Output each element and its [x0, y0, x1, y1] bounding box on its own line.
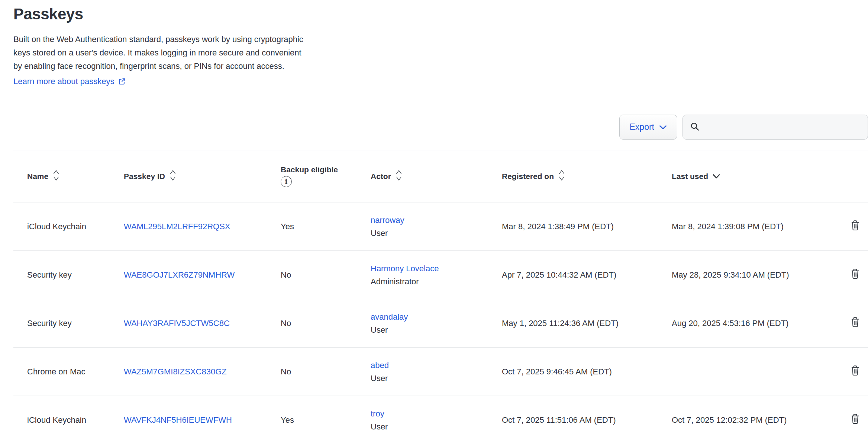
table-toolbar: Export — [13, 115, 868, 140]
description-line: keys stored on a user's device. It makes… — [13, 46, 868, 60]
trash-icon — [850, 275, 860, 281]
column-header-actor[interactable]: Actor — [371, 150, 502, 202]
column-label: Last used — [672, 172, 708, 181]
passkeys-table: Name Passkey ID — [13, 150, 868, 441]
passkey-id-link[interactable]: WAHAY3RAFIV5JCTW5C8C — [124, 319, 230, 328]
chevron-down-icon — [659, 122, 667, 132]
last-used-cell: Aug 20, 2025 4:53:16 PM (EDT) — [672, 299, 835, 348]
trash-icon — [850, 372, 860, 377]
name-cell: iCloud Keychain — [13, 396, 124, 441]
backup-eligible-cell: No — [281, 348, 371, 396]
passkey-id-link[interactable]: WAE8GOJ7LXR6Z79NMHRW — [124, 270, 235, 279]
learn-more-label: Learn more about passkeys — [13, 75, 114, 88]
actor-role: User — [371, 420, 502, 433]
backup-eligible-cell: No — [281, 251, 371, 299]
actor-link[interactable]: narroway — [371, 215, 404, 225]
export-button-label: Export — [630, 122, 654, 132]
column-header-registered-on[interactable]: Registered on — [502, 150, 672, 202]
actor-role: User — [371, 227, 502, 240]
column-label: Name — [27, 172, 48, 181]
backup-eligible-cell: Yes — [281, 396, 371, 441]
trash-icon — [850, 420, 860, 426]
actor-link[interactable]: avandalay — [371, 312, 408, 322]
registered-on-cell: Oct 7, 2025 9:46:45 AM (EDT) — [502, 348, 672, 396]
table-row: Security key WAHAY3RAFIV5JCTW5C8C No ava… — [13, 299, 868, 348]
actor-role: Administrator — [371, 275, 502, 288]
last-used-cell: Oct 7, 2025 12:02:32 PM (EDT) — [672, 396, 835, 441]
column-label: Registered on — [502, 172, 554, 181]
column-label: Passkey ID — [124, 172, 165, 181]
last-used-cell: May 28, 2025 9:34:10 AM (EDT) — [672, 251, 835, 299]
learn-more-link[interactable]: Learn more about passkeys — [13, 75, 126, 88]
search-input[interactable] — [700, 115, 868, 139]
column-label: Backup eligible — [281, 165, 338, 174]
registered-on-cell: Oct 7, 2025 11:51:06 AM (EDT) — [502, 396, 672, 441]
table-row: iCloud Keychain WAVFKJ4NF5H6IEUEWFWH Yes… — [13, 396, 868, 441]
registered-on-cell: Mar 8, 2024 1:38:49 PM (EDT) — [502, 202, 672, 251]
trash-icon — [850, 323, 860, 329]
column-header-backup-eligible: Backup eligible i — [281, 150, 371, 202]
passkey-id-link[interactable]: WAML295LM2LRFF92RQSX — [124, 222, 230, 231]
column-header-actions — [835, 150, 868, 202]
delete-passkey-button[interactable] — [850, 316, 860, 328]
actor-link[interactable]: troy — [371, 409, 384, 418]
delete-passkey-button[interactable] — [850, 268, 860, 279]
backup-eligible-cell: Yes — [281, 202, 371, 251]
column-header-name[interactable]: Name — [13, 150, 124, 202]
export-button[interactable]: Export — [619, 115, 677, 140]
description-line: Built on the Web Authentication standard… — [13, 33, 868, 46]
search-icon — [690, 121, 700, 133]
page-description: Built on the Web Authentication standard… — [13, 33, 868, 73]
actor-link[interactable]: Harmony Lovelace — [371, 264, 439, 273]
page-title: Passkeys — [13, 5, 868, 23]
name-cell: iCloud Keychain — [13, 202, 124, 251]
actor-role: User — [371, 323, 502, 336]
backup-eligible-cell: No — [281, 299, 371, 348]
passkey-id-link[interactable]: WAZ5M7GMI8IZSXC830GZ — [124, 367, 227, 376]
info-icon[interactable]: i — [281, 176, 292, 187]
delete-passkey-button[interactable] — [850, 365, 860, 376]
column-label: Actor — [371, 172, 391, 181]
delete-passkey-button[interactable] — [850, 413, 860, 425]
actor-role: User — [371, 372, 502, 385]
passkeys-page: Passkeys Built on the Web Authentication… — [0, 0, 868, 441]
table-header-row: Name Passkey ID — [13, 150, 868, 202]
last-used-cell: Mar 8, 2024 1:39:08 PM (EDT) — [672, 202, 835, 251]
registered-on-cell: Apr 7, 2025 10:44:32 AM (EDT) — [502, 251, 672, 299]
table-row: iCloud Keychain WAML295LM2LRFF92RQSX Yes… — [13, 202, 868, 251]
last-used-cell — [672, 348, 835, 396]
name-cell: Chrome on Mac — [13, 348, 124, 396]
table-row: Security key WAE8GOJ7LXR6Z79NMHRW No Har… — [13, 251, 868, 299]
sort-icon — [395, 169, 403, 183]
delete-passkey-button[interactable] — [850, 220, 860, 231]
sort-icon — [169, 169, 177, 183]
search-box[interactable] — [683, 115, 868, 140]
name-cell: Security key — [13, 299, 124, 348]
trash-icon — [850, 227, 860, 232]
external-link-icon — [118, 77, 126, 86]
column-header-last-used[interactable]: Last used — [672, 150, 835, 202]
sort-descending-icon — [712, 172, 720, 181]
description-line: by enabling face recognition, fingerprin… — [13, 60, 868, 73]
actor-link[interactable]: abed — [371, 361, 389, 370]
name-cell: Security key — [13, 251, 124, 299]
sort-icon — [558, 169, 565, 183]
sort-icon — [52, 169, 60, 183]
table-row: Chrome on Mac WAZ5M7GMI8IZSXC830GZ No ab… — [13, 348, 868, 396]
column-header-passkey-id[interactable]: Passkey ID — [124, 150, 281, 202]
registered-on-cell: May 1, 2025 11:24:36 AM (EDT) — [502, 299, 672, 348]
passkey-id-link[interactable]: WAVFKJ4NF5H6IEUEWFWH — [124, 415, 232, 425]
